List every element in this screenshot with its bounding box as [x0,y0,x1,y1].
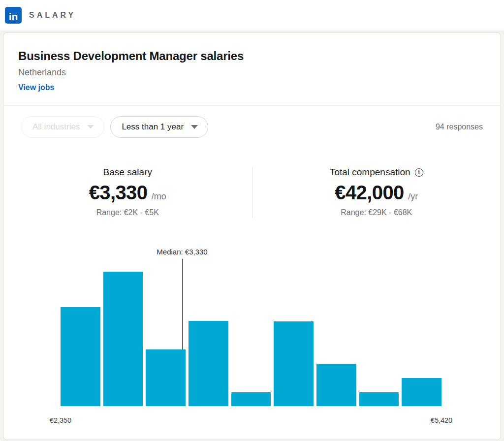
industry-filter-label: All industries [32,122,80,132]
histogram-bar[interactable] [359,392,399,406]
info-icon[interactable]: i [415,168,423,177]
histogram-bar[interactable] [231,392,271,406]
base-salary-block: Base salary €3,330 /mo Range: €2K - €5K [3,167,252,218]
total-compensation-block: Total compensation i €42,000 /yr Range: … [252,167,501,218]
histogram-bar[interactable] [189,321,228,406]
salary-summary: Base salary €3,330 /mo Range: €2K - €5K … [3,167,501,218]
experience-filter-label: Less than 1 year [122,122,184,132]
chevron-down-icon [191,125,198,129]
linkedin-logo-icon[interactable]: in [5,7,22,24]
histogram-bar[interactable] [103,272,143,406]
app-name: SALARY [29,11,76,20]
base-salary-period: /mo [152,191,166,201]
total-compensation-heading-text: Total compensation [330,167,410,178]
experience-filter-dropdown[interactable]: Less than 1 year [110,116,208,138]
x-axis-max-label: €5,420 [431,416,452,424]
histogram-bar[interactable] [61,307,100,406]
base-salary-amount: €3,330 [89,182,148,203]
base-salary-range: Range: €2K - €5K [3,208,252,217]
histogram-bar[interactable] [274,321,314,406]
total-compensation-heading: Total compensation i [330,167,423,178]
salary-histogram: Median: €3,330 €2,350 €5,420 [3,248,501,435]
responses-count: 94 responses [436,123,483,131]
histogram-bar[interactable] [146,349,186,406]
base-salary-heading: Base salary [103,167,152,178]
salary-card: Business Development Manager salaries Ne… [3,32,501,440]
page-title: Business Development Manager salaries [18,49,486,63]
total-compensation-period: /yr [408,191,418,201]
histogram-bars [61,272,441,406]
page-background: Business Development Manager salaries Ne… [0,31,504,440]
chevron-down-icon [87,125,94,129]
top-brand-bar: in SALARY [0,0,504,31]
median-label: Median: €3,330 [157,248,207,256]
total-compensation-amount: €42,000 [335,182,404,203]
base-salary-amount-line: €3,330 /mo [3,182,252,204]
location-label: Netherlands [18,67,486,78]
total-compensation-range: Range: €29K - €68K [252,208,501,217]
histogram-bar[interactable] [316,364,356,406]
industry-filter-dropdown[interactable]: All industries [21,116,104,138]
card-header: Business Development Manager salaries Ne… [3,33,501,92]
view-jobs-link[interactable]: View jobs [18,83,55,92]
histogram-bar[interactable] [402,378,441,406]
filter-row: All industries Less than 1 year 94 respo… [3,105,501,148]
x-axis-min-label: €2,350 [50,416,71,424]
total-compensation-amount-line: €42,000 /yr [252,182,501,204]
